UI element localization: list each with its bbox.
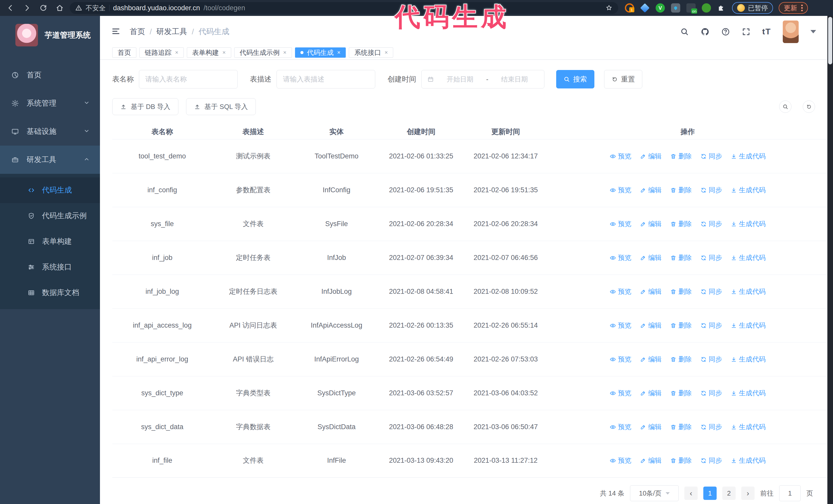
tab-close-icon[interactable]: × [337, 49, 341, 56]
fullscreen-icon[interactable] [742, 27, 751, 36]
sidebar-item-codegen[interactable]: 代码生成 [0, 177, 100, 203]
edit-link[interactable]: 编辑 [640, 354, 662, 365]
preview-link[interactable]: 预览 [610, 455, 631, 466]
sync-link[interactable]: 同步 [700, 286, 722, 297]
sync-link[interactable]: 同步 [700, 455, 722, 466]
edit-link[interactable]: 编辑 [640, 455, 662, 466]
date-start-placeholder[interactable]: 开始日期 [436, 75, 484, 84]
edit-link[interactable]: 编辑 [640, 286, 662, 297]
user-caret-down-icon[interactable] [810, 30, 816, 33]
generate-code-link[interactable]: 生成代码 [731, 219, 766, 230]
generate-code-link[interactable]: 生成代码 [731, 455, 766, 466]
preview-link[interactable]: 预览 [610, 286, 631, 297]
preview-link[interactable]: 预览 [610, 388, 631, 399]
sidebar-item-db-doc[interactable]: 数据库文档 [0, 280, 100, 306]
app-logo-row[interactable]: 芋道管理系统 [0, 16, 100, 54]
breadcrumb-home[interactable]: 首页 [130, 26, 145, 37]
delete-link[interactable]: 删除 [670, 388, 692, 399]
sync-link[interactable]: 同步 [700, 185, 722, 196]
bookmark-star-icon[interactable] [605, 4, 613, 11]
search-button[interactable]: 搜索 [556, 70, 594, 89]
delete-link[interactable]: 删除 [670, 422, 692, 432]
font-size-icon[interactable]: tT [762, 27, 771, 37]
import-db-button[interactable]: 基于 DB 导入 [112, 98, 178, 115]
edit-link[interactable]: 编辑 [640, 185, 662, 196]
extensions-puzzle-icon[interactable] [717, 4, 725, 12]
help-icon[interactable] [721, 27, 730, 36]
page-button-1[interactable]: 1 [703, 486, 717, 500]
next-page-button[interactable]: › [741, 486, 755, 500]
extension-drop-icon[interactable] [671, 3, 680, 13]
breadcrumb-devtools[interactable]: 研发工具 [156, 26, 187, 37]
sync-link[interactable]: 同步 [700, 253, 722, 263]
preview-link[interactable]: 预览 [610, 219, 631, 230]
tab-codegen[interactable]: 代码生成 × [295, 47, 346, 58]
edit-link[interactable]: 编辑 [640, 320, 662, 331]
edit-link[interactable]: 编辑 [640, 253, 662, 263]
delete-link[interactable]: 删除 [670, 320, 692, 331]
import-sql-button[interactable]: 基于 SQL 导入 [186, 98, 256, 115]
sidebar-item-form-builder[interactable]: 表单构建 [0, 229, 100, 254]
generate-code-link[interactable]: 生成代码 [731, 388, 766, 399]
preview-link[interactable]: 预览 [610, 354, 631, 365]
tab-close-icon[interactable]: × [175, 49, 178, 56]
page-scrollbar[interactable] [827, 16, 833, 504]
sync-link[interactable]: 同步 [700, 320, 722, 331]
reset-button[interactable]: 重置 [604, 70, 642, 89]
profile-paused-pill[interactable]: 已暂停 [732, 2, 773, 14]
page-button-2[interactable]: 2 [722, 486, 736, 500]
date-range-picker[interactable]: 开始日期 - 结束日期 [421, 70, 544, 89]
sidebar-item-infra[interactable]: 基础设施 [0, 117, 100, 146]
github-icon[interactable] [701, 27, 710, 36]
sidebar-item-home[interactable]: 首页 [0, 61, 100, 89]
tab-trace[interactable]: 链路追踪 × [139, 47, 184, 58]
browser-menu-icon[interactable] [801, 5, 803, 11]
extension-icon[interactable]: 1 [625, 3, 634, 13]
tab-codegen-example[interactable]: 代码生成示例 × [234, 47, 292, 58]
page-size-select[interactable]: 10条/页 [630, 485, 679, 501]
browser-update-button[interactable]: 更新 [779, 2, 808, 14]
sidebar-item-codegen-example[interactable]: 代码生成示例 [0, 203, 100, 229]
edit-link[interactable]: 编辑 [640, 422, 662, 432]
extension-on-icon[interactable]: on [686, 3, 696, 13]
generate-code-link[interactable]: 生成代码 [731, 151, 766, 162]
prev-page-button[interactable]: ‹ [684, 486, 698, 500]
tab-close-icon[interactable]: × [283, 49, 287, 56]
sidebar-item-devtools[interactable]: 研发工具 [0, 146, 100, 174]
delete-link[interactable]: 删除 [670, 185, 692, 196]
search-icon[interactable] [680, 27, 689, 36]
browser-home-icon[interactable] [56, 4, 64, 12]
preview-link[interactable]: 预览 [610, 422, 631, 432]
sidebar-item-system-api[interactable]: 系统接口 [0, 254, 100, 280]
sync-link[interactable]: 同步 [700, 219, 722, 230]
refresh-button[interactable] [803, 100, 815, 113]
date-end-placeholder[interactable]: 结束日期 [490, 75, 539, 84]
sync-link[interactable]: 同步 [700, 422, 722, 432]
table-desc-input[interactable] [277, 70, 375, 89]
delete-link[interactable]: 删除 [670, 253, 692, 263]
preview-link[interactable]: 预览 [610, 320, 631, 331]
delete-link[interactable]: 删除 [670, 151, 692, 162]
table-name-input[interactable] [139, 70, 238, 89]
sync-link[interactable]: 同步 [700, 151, 722, 162]
preview-link[interactable]: 预览 [610, 185, 631, 196]
user-avatar[interactable] [783, 21, 799, 43]
delete-link[interactable]: 删除 [670, 286, 692, 297]
preview-link[interactable]: 预览 [610, 151, 631, 162]
reload-icon[interactable] [40, 4, 47, 12]
back-icon[interactable] [7, 4, 14, 12]
generate-code-link[interactable]: 生成代码 [731, 286, 766, 297]
generate-code-link[interactable]: 生成代码 [731, 185, 766, 196]
extension-check-icon[interactable]: V [656, 3, 665, 13]
edit-link[interactable]: 编辑 [640, 388, 662, 399]
goto-page-input[interactable] [779, 485, 801, 501]
toggle-search-button[interactable] [779, 100, 791, 113]
generate-code-link[interactable]: 生成代码 [731, 253, 766, 263]
address-bar[interactable]: 不安全 dashboard.yudao.iocoder.cn /tool/cod… [70, 2, 618, 14]
edit-link[interactable]: 编辑 [640, 219, 662, 230]
generate-code-link[interactable]: 生成代码 [731, 422, 766, 432]
tab-close-icon[interactable]: × [384, 49, 388, 56]
preview-link[interactable]: 预览 [610, 253, 631, 263]
generate-code-link[interactable]: 生成代码 [731, 320, 766, 331]
tab-close-icon[interactable]: × [222, 49, 226, 56]
